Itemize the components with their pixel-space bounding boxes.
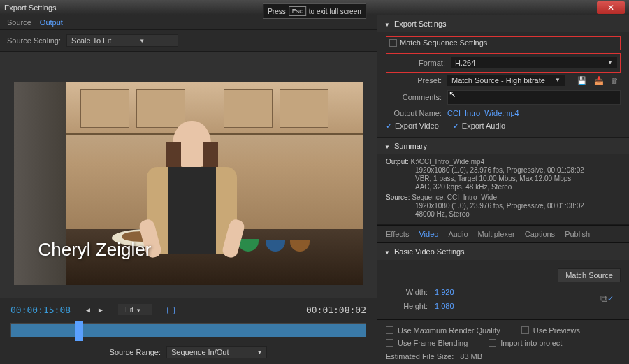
chevron-down-icon: ▼: [136, 307, 141, 314]
output-name-label: Output Name:: [386, 109, 442, 117]
width-label: Width:: [386, 288, 428, 296]
height-label: Height:: [386, 302, 428, 310]
import-project-checkbox[interactable]: Import into project: [489, 339, 562, 347]
cursor-icon: ↖: [449, 89, 456, 99]
export-audio-checkbox[interactable]: ✓Export Audio: [453, 122, 505, 131]
aspect-overlay-icon[interactable]: ▢: [166, 304, 175, 315]
preview-overlay-name: Cheryl Zeigler: [38, 239, 152, 261]
chevron-down-icon: ▼: [555, 77, 561, 83]
delete-preset-icon[interactable]: 🗑: [611, 76, 621, 85]
basic-video-settings-header[interactable]: Basic Video Settings: [377, 243, 629, 260]
tab-audio[interactable]: Audio: [448, 230, 468, 238]
use-previews-checkbox[interactable]: Use Previews: [521, 326, 580, 335]
link-dimensions-icon[interactable]: ⧉: [600, 293, 607, 305]
tab-video[interactable]: Video: [419, 230, 438, 238]
est-size-label: Estimated File Size:: [386, 352, 454, 361]
tab-effects[interactable]: Effects: [386, 230, 409, 238]
timeline[interactable]: [10, 323, 366, 337]
duration-timecode: 00:01:08:02: [306, 305, 366, 315]
chevron-down-icon: ▼: [139, 38, 145, 44]
format-dropdown[interactable]: H.264▼: [451, 57, 617, 68]
comments-input[interactable]: [447, 90, 621, 105]
scaling-dropdown[interactable]: Scale To Fit▼: [66, 34, 178, 47]
preview-frame: Cheryl Zeigler: [14, 82, 363, 285]
playhead[interactable]: [75, 321, 83, 341]
scaling-label: Source Scaling:: [7, 36, 61, 45]
tab-publish[interactable]: Publish: [565, 230, 590, 238]
format-label: Format:: [389, 59, 445, 67]
source-range-dropdown[interactable]: Sequence In/Out▼: [166, 346, 267, 358]
width-value[interactable]: 1,920: [435, 288, 454, 296]
chevron-down-icon: ▼: [257, 349, 263, 356]
preset-label: Preset:: [386, 76, 442, 85]
height-value[interactable]: 1,080: [435, 302, 454, 310]
export-video-checkbox[interactable]: ✓Export Video: [386, 122, 439, 131]
comments-label: Comments:: [386, 93, 442, 101]
est-size-value: 83 MB: [460, 352, 482, 361]
chevron-down-icon: ▼: [607, 59, 613, 66]
export-settings-header[interactable]: Export Settings: [377, 15, 629, 32]
frame-blending-checkbox[interactable]: Use Frame Blending: [386, 339, 468, 347]
match-check-icon[interactable]: ✓: [607, 294, 614, 303]
step-fwd-icon[interactable]: ►: [97, 306, 104, 314]
zoom-fit-dropdown[interactable]: Fit ▼: [118, 304, 152, 315]
match-source-button[interactable]: Match Source: [558, 268, 621, 282]
close-button[interactable]: ✕: [597, 1, 625, 14]
step-back-icon[interactable]: ◄: [85, 306, 92, 314]
summary-source-label: Source:: [386, 194, 410, 201]
summary-header[interactable]: Summary: [377, 138, 629, 154]
import-preset-icon[interactable]: 📥: [594, 76, 604, 85]
window-title: Export Settings: [4, 3, 57, 12]
output-sub-tabs: Effects Video Audio Multiplexer Captions…: [377, 225, 629, 243]
current-timecode[interactable]: 00:00:15:08: [10, 305, 71, 315]
tab-captions[interactable]: Captions: [525, 230, 555, 238]
max-render-quality-checkbox[interactable]: Use Maximum Render Quality: [386, 326, 500, 335]
match-sequence-checkbox[interactable]: Match Sequence Settings: [389, 38, 487, 47]
tab-source[interactable]: Source: [7, 18, 31, 27]
save-preset-icon[interactable]: 💾: [577, 76, 587, 85]
summary-output-label: Output:: [386, 158, 409, 166]
esc-key: Esc: [289, 6, 306, 16]
esc-hint: Press Esc to exit full screen: [263, 3, 366, 19]
tab-output[interactable]: Output: [40, 18, 63, 27]
output-name-link[interactable]: CCI_Intro_Wide.mp4: [447, 109, 519, 117]
preset-dropdown[interactable]: Match Source - High bitrate▼: [447, 75, 565, 86]
tab-multiplexer[interactable]: Multiplexer: [478, 230, 515, 238]
source-range-label: Source Range:: [110, 348, 161, 356]
